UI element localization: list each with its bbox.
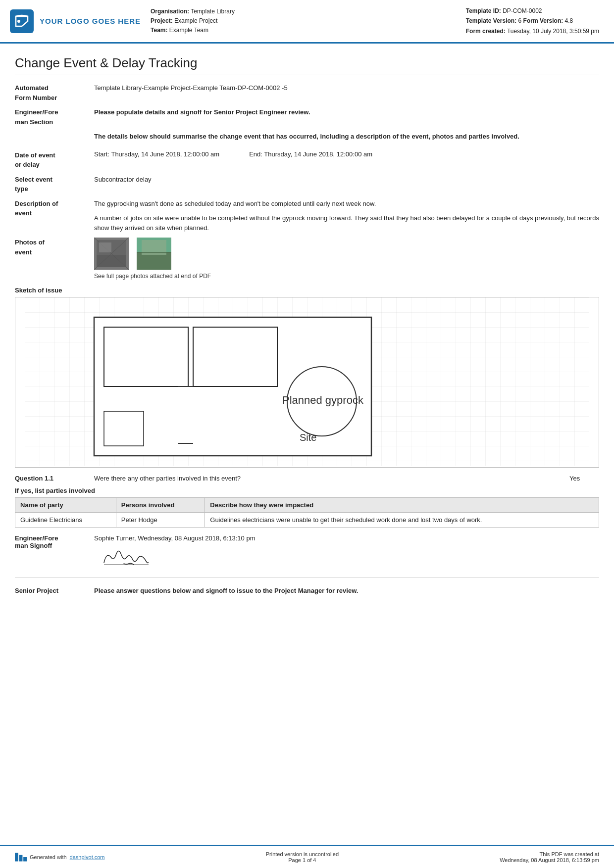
parties-header-impact: Describe how they were impacted bbox=[205, 498, 599, 513]
senior-label: Senior Project bbox=[15, 586, 94, 596]
org-value: Template Library bbox=[191, 8, 235, 15]
parties-section: If yes, list parties involved Name of pa… bbox=[15, 487, 599, 528]
page-title: Change Event & Delay Tracking bbox=[15, 55, 599, 75]
signoff-person: Sophie Turner, Wednesday, 08 August 2018… bbox=[94, 534, 255, 542]
description-line2: A number of jobs on site were unable to … bbox=[94, 213, 599, 233]
description-row: Description ofevent The gyprocking wasn'… bbox=[15, 199, 599, 233]
svg-point-0 bbox=[17, 20, 20, 23]
svg-rect-23 bbox=[19, 855, 23, 862]
engineer-section-row: Engineer/Foreman Section Please populate… bbox=[15, 107, 599, 127]
header-right: Template ID: DP-COM-0002 Template Versio… bbox=[466, 6, 599, 36]
footer-pdf-label: This PDF was created at bbox=[540, 851, 599, 857]
event-type-label: Select eventtype bbox=[15, 175, 94, 194]
footer-link[interactable]: dashpivot.com bbox=[70, 854, 105, 860]
team-value: Example Team bbox=[169, 27, 208, 34]
description-values: The gyprocking wasn't done as scheduled … bbox=[94, 199, 599, 233]
footer-logo-section: Generated with dashpivot.com bbox=[15, 853, 105, 862]
svg-rect-16 bbox=[104, 411, 144, 446]
description-label: Description ofevent bbox=[15, 199, 94, 218]
parties-header-row: Name of party Persons involved Describe … bbox=[15, 498, 599, 513]
page-footer: Generated with dashpivot.com Printed ver… bbox=[0, 845, 614, 868]
svg-text:Planned gyprock: Planned gyprock bbox=[282, 394, 364, 406]
footer-uncontrolled: Printed version is uncontrolled bbox=[266, 851, 339, 857]
signoff-content: Sophie Turner, Wednesday, 08 August 2018… bbox=[94, 534, 599, 573]
svg-rect-24 bbox=[23, 857, 27, 862]
org-row: Organisation: Template Library bbox=[151, 7, 456, 16]
template-id-value: DP-COM-0002 bbox=[503, 7, 542, 14]
date-start: Start: Thursday, 14 June 2018, 12:00:00 … bbox=[94, 150, 219, 170]
engineer-section-label: Engineer/Foreman Section bbox=[15, 107, 94, 127]
signoff-label: Engineer/Foreman Signoff bbox=[15, 534, 94, 549]
photos-container bbox=[94, 238, 175, 270]
event-type-row: Select eventtype Subcontractor delay bbox=[15, 175, 599, 194]
table-row: Guideline Electricians Peter Hodge Guide… bbox=[15, 513, 599, 528]
header-meta: Organisation: Template Library Project: … bbox=[151, 6, 456, 36]
signoff-row: Engineer/Foreman Signoff Sophie Turner, … bbox=[15, 534, 599, 573]
svg-rect-15 bbox=[193, 327, 277, 386]
question-row: Question 1.1 Were there any other partie… bbox=[15, 475, 599, 482]
footer-page-text: Printed version is uncontrolled Page 1 o… bbox=[266, 851, 339, 863]
form-version-value: 4.8 bbox=[565, 17, 573, 24]
project-label: Project: bbox=[151, 17, 173, 24]
photos-label: Photos ofevent bbox=[15, 238, 94, 257]
page: YOUR LOGO GOES HERE Organisation: Templa… bbox=[0, 0, 614, 868]
parties-header-name: Name of party bbox=[15, 498, 116, 513]
photos-caption: See full page photos attached at end of … bbox=[94, 273, 599, 280]
template-version-label: Template Version: bbox=[466, 17, 516, 24]
svg-text:Site: Site bbox=[300, 432, 316, 443]
photo-thumb-1 bbox=[94, 238, 129, 270]
engineer-section-value: Please populate details and signoff for … bbox=[94, 107, 599, 117]
logo-text: YOUR LOGO GOES HERE bbox=[40, 17, 141, 25]
sketch-section: Sketch of issue bbox=[15, 287, 599, 468]
footer-page-number: Page 1 of 4 bbox=[288, 857, 316, 863]
footer-pdf-date: Wednesday, 08 August 2018, 6:13:59 pm bbox=[500, 857, 599, 863]
team-row: Team: Example Team bbox=[151, 26, 456, 35]
party-name: Guideline Electricians bbox=[15, 513, 116, 528]
form-number-value: Template Library-Example Project-Example… bbox=[94, 83, 599, 93]
senior-value: Please answer questions below and signof… bbox=[94, 586, 599, 596]
sketch-title: Sketch of issue bbox=[15, 287, 599, 294]
question-answer: Yes bbox=[569, 475, 599, 482]
form-created-row: Form created: Tuesday, 10 July 2018, 3:5… bbox=[466, 26, 599, 36]
sketch-canvas: Planned gyprock Site bbox=[15, 297, 599, 468]
logo-icon bbox=[10, 9, 34, 33]
date-values: Start: Thursday, 14 June 2018, 12:00:00 … bbox=[94, 150, 599, 170]
parties-header-persons: Persons involved bbox=[116, 498, 205, 513]
form-created-label: Form created: bbox=[466, 28, 506, 35]
date-row: Date of eventor delay Start: Thursday, 1… bbox=[15, 150, 599, 170]
project-value: Example Project bbox=[174, 17, 217, 24]
form-number-label: AutomatedForm Number bbox=[15, 83, 94, 102]
footer-logo-icon bbox=[15, 853, 27, 862]
event-type-value: Subcontractor delay bbox=[94, 175, 599, 185]
senior-project-row: Senior Project Please answer questions b… bbox=[15, 583, 599, 596]
form-created-value: Tuesday, 10 July 2018, 3:50:59 pm bbox=[507, 28, 599, 35]
team-label: Team: bbox=[151, 27, 167, 34]
svg-rect-5 bbox=[99, 242, 111, 252]
signature-svg bbox=[94, 544, 158, 571]
notice-box: The details below should summarise the c… bbox=[94, 132, 599, 142]
date-label: Date of eventor delay bbox=[15, 150, 94, 170]
parties-title: If yes, list parties involved bbox=[15, 487, 599, 494]
date-end: End: Thursday, 14 June 2018, 12:00:00 am bbox=[249, 150, 372, 170]
page-header: YOUR LOGO GOES HERE Organisation: Templa… bbox=[0, 0, 614, 44]
project-row: Project: Example Project bbox=[151, 16, 456, 26]
divider bbox=[15, 578, 599, 578]
logo-section: YOUR LOGO GOES HERE bbox=[10, 6, 141, 36]
form-number-row: AutomatedForm Number Template Library-Ex… bbox=[15, 83, 599, 102]
svg-rect-14 bbox=[104, 327, 188, 386]
svg-rect-22 bbox=[15, 853, 18, 861]
footer-of-4: of 4 bbox=[307, 857, 316, 863]
question-text: Were there any other parties involved in… bbox=[94, 475, 569, 482]
template-version-value: 6 bbox=[518, 17, 522, 24]
signature-area bbox=[94, 542, 599, 573]
template-id-label: Template ID: bbox=[466, 7, 501, 14]
description-line1: The gyprocking wasn't done as scheduled … bbox=[94, 199, 599, 209]
photos-row: Photos ofevent bbox=[15, 238, 599, 270]
version-row: Template Version: 6 Form Version: 4.8 bbox=[466, 16, 599, 26]
svg-rect-6 bbox=[97, 255, 126, 267]
party-persons: Peter Hodge bbox=[116, 513, 205, 528]
main-content: Change Event & Delay Tracking AutomatedF… bbox=[0, 44, 614, 845]
party-impact: Guidelines electricians were unable to g… bbox=[205, 513, 599, 528]
form-version-label: Form Version: bbox=[523, 17, 563, 24]
org-label: Organisation: bbox=[151, 8, 189, 15]
